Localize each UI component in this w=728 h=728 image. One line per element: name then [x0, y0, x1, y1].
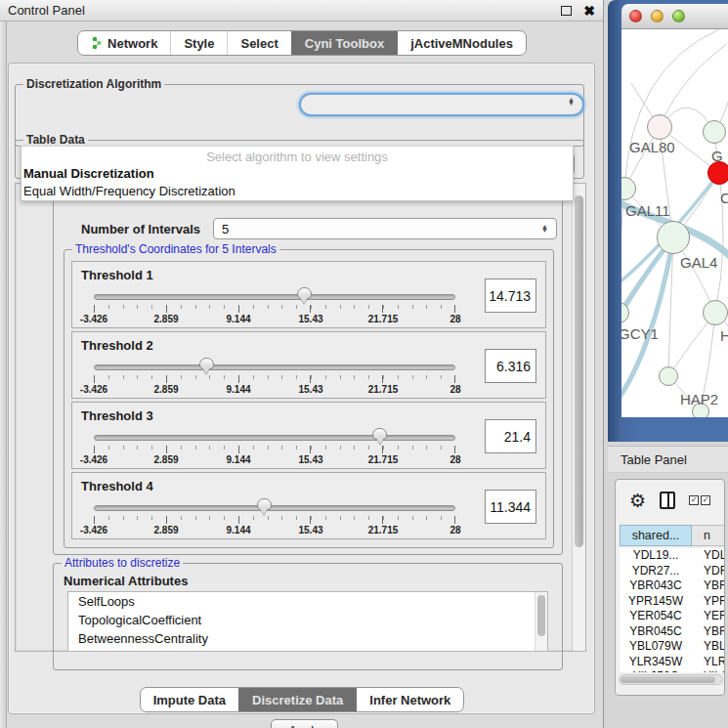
column-header-shared[interactable]: shared...: [620, 525, 692, 546]
threshold-2-slider-thumb[interactable]: [199, 358, 214, 369]
table-row[interactable]: YBR043CYBR0: [620, 578, 725, 594]
number-of-intervals-combo[interactable]: 5 ▲▼: [213, 218, 557, 239]
slider-major-ticks: [94, 516, 455, 524]
tab-select[interactable]: Select: [227, 31, 290, 55]
apply-button[interactable]: Apply: [271, 719, 338, 728]
slider-scale-labels: -3.4262.8599.14415.4321.71528: [94, 314, 455, 324]
thresholds-group-title: Threshold's Coordinates for 5 Intervals: [72, 242, 279, 256]
control-panel-title: Control Panel: [8, 3, 85, 18]
cyni-toolbox-panel: Discretization Algorithm ▲▼ Table Data g…: [8, 63, 595, 714]
close-traffic-light-icon[interactable]: [629, 10, 642, 22]
checkbox-checked-icon[interactable]: ✓: [701, 495, 710, 505]
threshold-1-panel: Threshold 1 -3.4262.8599.14415.4321.7152…: [71, 261, 546, 328]
control-panel: Control Panel ✖ Network: [0, 0, 604, 728]
network-node[interactable]: [703, 300, 728, 325]
gear-icon[interactable]: ⚙: [629, 492, 646, 510]
tab-network-label: Network: [107, 36, 157, 51]
threshold-3-slider-thumb[interactable]: [372, 428, 387, 440]
table-header-row: shared... n: [620, 525, 725, 546]
table-row[interactable]: YPR145WYPR1: [620, 594, 725, 610]
table-row[interactable]: YDL19...YDL1: [620, 548, 725, 564]
attributes-scrollbar-thumb[interactable]: [537, 595, 545, 636]
slider-scale-labels: -3.4262.8599.14415.4321.71528: [94, 454, 455, 465]
slider-track[interactable]: [94, 505, 455, 511]
network-tab-icon: [91, 36, 103, 50]
table-row[interactable]: YBL079WYBL0: [620, 639, 725, 655]
bottom-tab-pill: Impute Data Discretize Data Infer Networ…: [140, 687, 465, 712]
tab-jactivemnodules-label: jActiveMNodules: [410, 36, 513, 51]
slider-track[interactable]: [94, 294, 455, 300]
close-icon[interactable]: ✖: [583, 4, 595, 18]
table-panel-title: Table Panel: [621, 452, 687, 467]
threshold-4-value-field[interactable]: 11.344: [485, 490, 536, 524]
table-row[interactable]: YLR345WYLR3: [620, 655, 725, 670]
table-horizontal-scrollbar[interactable]: [619, 674, 723, 685]
algorithm-option-equal-width[interactable]: Equal Width/Frequency Discretization: [21, 182, 573, 199]
combo-spinner-icon: ▲▼: [568, 98, 575, 106]
tab-cyni-toolbox[interactable]: Cyni Toolbox: [291, 31, 397, 55]
slider-track[interactable]: [94, 364, 455, 370]
bottom-tabbar: Impute Data Discretize Data Infer Networ…: [0, 687, 604, 712]
tab-cyni-toolbox-label: Cyni Toolbox: [305, 36, 384, 51]
minimize-traffic-light-icon[interactable]: [651, 10, 664, 22]
threshold-4-slider-thumb[interactable]: [257, 498, 272, 510]
slider-track[interactable]: [94, 435, 455, 441]
attributes-group-title: Attributes to discretize: [62, 556, 183, 570]
numerical-attributes-list[interactable]: SelfLoops TopologicalCoefficient Between…: [67, 591, 548, 652]
algorithm-combo-focused[interactable]: ▲▼: [299, 93, 584, 116]
threshold-4-label: Threshold 4: [81, 479, 153, 493]
list-item[interactable]: SelfLoops: [68, 592, 547, 611]
network-node[interactable]: [647, 114, 672, 140]
threshold-4-panel: Threshold 4 -3.4262.8599.14415.4321.7152…: [71, 472, 546, 539]
network-window-titlebar: [621, 4, 728, 29]
number-of-intervals-label: Number of Intervals: [81, 222, 200, 236]
checkbox-group: ✓ ✓: [689, 495, 710, 505]
tab-discretize-data[interactable]: Discretize Data: [238, 688, 356, 711]
settings-scrollbar-thumb[interactable]: [575, 195, 583, 547]
list-item[interactable]: TopologicalCoefficient: [68, 611, 547, 629]
slider-scale-labels: -3.4262.8599.14415.4321.71528: [94, 525, 455, 535]
threshold-3-value-field[interactable]: 21.4: [485, 419, 536, 453]
checkbox-checked-icon[interactable]: ✓: [689, 495, 699, 505]
tab-jactivemnodules[interactable]: jActiveMNodules: [397, 31, 526, 55]
threshold-2-value-field[interactable]: 6.316: [485, 349, 536, 383]
threshold-1-label: Threshold 1: [81, 268, 153, 282]
attributes-group: Attributes to discretize Numerical Attri…: [53, 563, 563, 670]
tab-impute-data[interactable]: Impute Data: [141, 688, 238, 711]
split-columns-icon[interactable]: [660, 492, 675, 509]
attributes-scrollbar[interactable]: [535, 592, 547, 651]
control-panel-titlebar: Control Panel ✖: [0, 0, 603, 21]
network-node[interactable]: [657, 221, 690, 254]
algorithm-option-manual[interactable]: Manual Discretization: [21, 164, 573, 182]
node-label: GAL11: [625, 202, 670, 219]
table-panel-toolbar: ⚙ ✓ ✓: [616, 480, 724, 521]
threshold-1-slider-thumb[interactable]: [297, 287, 312, 299]
tab-network[interactable]: Network: [78, 31, 170, 55]
settings-scroll-area: Interval Definition Number of Intervals …: [15, 183, 586, 652]
tab-style[interactable]: Style: [170, 31, 227, 55]
column-header-name[interactable]: n: [692, 525, 725, 546]
table-row[interactable]: YIL052CYIL0: [620, 669, 725, 672]
network-node[interactable]: [703, 120, 726, 144]
algorithm-dropdown-popup: Select algorithm to view settings Manual…: [21, 146, 574, 201]
table-scrollbar-thumb[interactable]: [621, 676, 715, 683]
network-node-highlighted[interactable]: [707, 161, 728, 185]
tab-infer-network-label: Infer Network: [369, 693, 450, 707]
network-canvas[interactable]: GAL80 G C GAL11 GAL4 GCY1 H HAP2: [621, 29, 728, 417]
settings-scrollbar[interactable]: [572, 184, 585, 651]
zoom-traffic-light-icon[interactable]: [672, 10, 685, 22]
tab-infer-network[interactable]: Infer Network: [356, 688, 463, 711]
node-label: C: [720, 190, 728, 206]
float-window-icon[interactable]: [561, 6, 572, 16]
table-row[interactable]: YDR27...YDR2: [620, 564, 725, 579]
algorithm-hint: Select algorithm to view settings: [21, 147, 573, 164]
table-row[interactable]: YBR045CYBR0: [620, 624, 725, 640]
table-rows[interactable]: YDL19...YDL1 YDR27...YDR2 YBR043CYBR0 YP…: [620, 548, 725, 672]
numerical-attributes-label: Numerical Attributes: [64, 574, 188, 588]
list-item[interactable]: BetweennessCentrality: [68, 629, 547, 648]
table-row[interactable]: YER054CYER0: [620, 609, 725, 624]
threshold-1-value-field[interactable]: 14.713: [485, 278, 536, 313]
tab-impute-data-label: Impute Data: [153, 693, 226, 707]
node-label: GAL80: [629, 139, 675, 155]
network-node[interactable]: [659, 366, 678, 386]
